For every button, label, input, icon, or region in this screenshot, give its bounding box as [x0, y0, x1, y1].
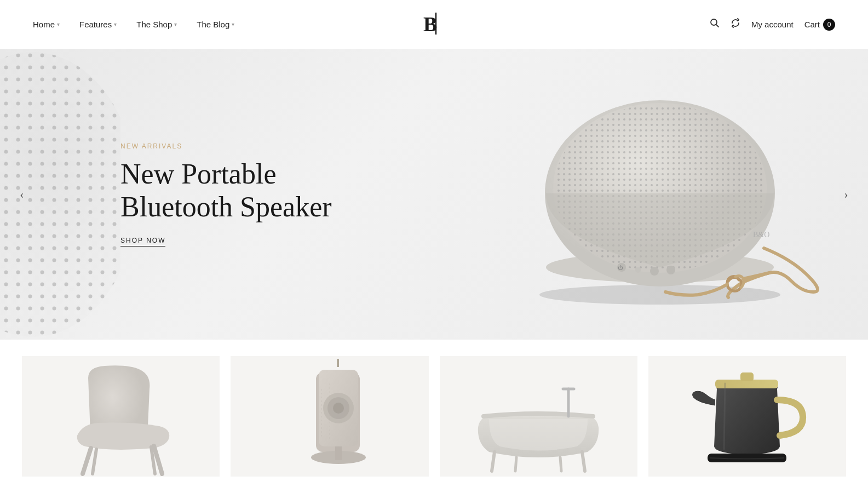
svg-line-38 — [560, 457, 561, 471]
shop-now-button[interactable]: SHOP NOW — [120, 237, 165, 246]
product-card-kettle[interactable] — [648, 356, 846, 477]
main-nav: Home ▾ Features ▾ The Shop ▾ The Blog ▾ — [33, 20, 234, 29]
svg-text:B: B — [423, 13, 437, 36]
chevron-down-icon: ▾ — [114, 21, 117, 27]
svg-line-24 — [93, 449, 96, 474]
hero-tag: NEW ARRIVALS — [120, 142, 332, 150]
refresh-icon[interactable] — [731, 18, 740, 31]
my-account-link[interactable]: My account — [751, 20, 794, 29]
header-actions: My account Cart 0 — [710, 18, 835, 31]
products-grid — [0, 340, 868, 477]
cart-label: Cart — [804, 20, 820, 29]
svg-point-17 — [650, 267, 659, 276]
svg-point-18 — [666, 266, 675, 274]
site-header: Home ▾ Features ▾ The Shop ▾ The Blog ▾ … — [0, 0, 868, 49]
svg-line-35 — [492, 452, 495, 471]
nav-the-blog[interactable]: The Blog ▾ — [197, 20, 234, 29]
site-logo[interactable]: B — [421, 8, 448, 41]
svg-text:B&O: B&O — [753, 231, 769, 239]
nav-the-shop[interactable]: The Shop ▾ — [136, 20, 177, 29]
carousel-next-button[interactable]: › — [835, 184, 857, 205]
hero-title: New Portable Bluetooth Speaker — [120, 158, 332, 223]
svg-rect-40 — [740, 372, 754, 381]
hero-content: NEW ARRIVALS New Portable Bluetooth Spea… — [0, 142, 365, 246]
carousel-prev-button[interactable]: ‹ — [11, 184, 33, 205]
hero-section: /* dots rendered below */ NEW ARRIVALS N… — [0, 49, 868, 340]
product-card-bath[interactable] — [440, 356, 637, 477]
product-card-chair[interactable] — [22, 356, 220, 477]
search-icon[interactable] — [710, 18, 720, 31]
chevron-down-icon: ▾ — [232, 21, 234, 27]
svg-point-16 — [635, 267, 641, 273]
svg-line-3 — [716, 25, 718, 27]
cart-area[interactable]: Cart 0 — [804, 19, 835, 31]
hero-product-image: ⏻ B&O — [474, 78, 835, 311]
chevron-down-icon: ▾ — [57, 21, 60, 27]
svg-text:⏻: ⏻ — [618, 265, 623, 271]
svg-point-30 — [333, 403, 344, 414]
chevron-down-icon: ▾ — [174, 21, 177, 27]
svg-rect-32 — [335, 446, 342, 460]
svg-line-37 — [515, 457, 516, 471]
cart-count-badge: 0 — [823, 19, 835, 31]
svg-line-36 — [582, 452, 585, 471]
nav-features[interactable]: Features ▾ — [79, 20, 117, 29]
nav-home[interactable]: Home ▾ — [33, 20, 60, 29]
svg-line-22 — [83, 448, 91, 474]
product-card-headphones[interactable] — [231, 356, 428, 477]
